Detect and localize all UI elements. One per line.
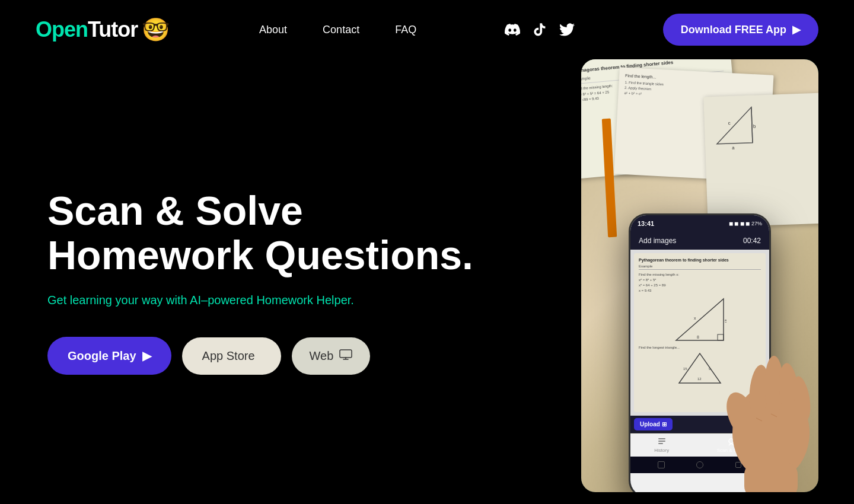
svg-rect-25 [744,462,798,492]
svg-text:8: 8 [697,335,699,339]
nav-faq[interactable]: FAQ [395,24,416,36]
nav-about[interactable]: About [259,24,287,36]
svg-text:12: 12 [697,377,702,381]
hero-image: Pythagoras theorem to finding shorter si… [581,59,830,504]
logo[interactable]: OpenTutor 🤓 [36,14,171,45]
svg-text:c: c [728,120,731,126]
phone-upload-label: Upload ⊞ [640,421,667,428]
google-play-icon: ▶ [142,349,151,363]
google-play-label: Google Play [68,349,136,363]
phone-upload-btn[interactable]: Upload ⊞ [634,418,673,430]
svg-text:15: 15 [683,367,687,371]
svg-text:b: b [753,123,756,129]
app-store-button[interactable]: App Store [182,337,281,375]
phone-add-images: Add images [639,237,676,245]
phone-time: 13:41 [638,220,654,227]
nav-contact[interactable]: Contact [323,24,359,36]
hero-section: Scan & Solve Homework Questions. Get lea… [0,59,581,504]
phone-timer: 00:42 [743,237,761,245]
logo-mascot: 🤓 [140,14,171,45]
svg-rect-16 [658,441,665,442]
hero-title: Scan & Solve Homework Questions. [47,189,546,277]
phone-app-header: Add images 00:42 [630,232,769,250]
discord-icon[interactable] [505,22,520,37]
svg-rect-15 [658,438,665,439]
svg-text:5: 5 [725,319,726,323]
download-btn-label: Download FREE App [681,24,786,36]
svg-text:x: x [694,316,696,320]
phone-status-icons: ◼ ◼ ◼ ◼ 27% [729,221,762,227]
web-button[interactable]: Web [292,337,371,375]
social-icons [505,22,575,37]
cta-buttons: Google Play ▶ App Store Web [47,337,546,375]
hero-title-line1: Scan & Solve [47,188,303,233]
web-label: Web [310,349,334,363]
paper-sheet-3: a b c [703,93,818,228]
tiktok-icon[interactable] [532,22,547,37]
svg-marker-1 [716,107,753,144]
app-screenshot: Pythagoras theorem to finding shorter si… [581,59,818,492]
svg-rect-0 [340,350,352,358]
main-nav: About Contact FAQ [259,24,416,36]
phone-history-label: History [654,448,669,453]
hero-subtitle: Get learning your way with AI–powered Ho… [47,294,546,307]
play-icon: ▶ [792,23,801,36]
phone-nav-history[interactable]: History [654,437,669,453]
logo-text: OpenTutor [36,17,138,42]
hand-overlay [712,326,818,492]
app-store-label: App Store [202,349,255,363]
logo-open: Open [36,17,88,42]
phone-status-bar: 13:41 ◼ ◼ ◼ ◼ 27% [630,215,769,232]
hero-title-line2: Homework Questions. [47,232,473,277]
svg-text:a: a [732,145,735,150]
download-app-button[interactable]: Download FREE App ▶ [663,14,818,46]
svg-rect-17 [658,443,663,444]
google-play-button[interactable]: Google Play ▶ [47,337,171,375]
monitor-icon [339,349,352,363]
svg-line-2 [751,107,753,143]
twitter-icon[interactable] [559,22,575,37]
logo-tutor: Tutor [88,17,138,42]
